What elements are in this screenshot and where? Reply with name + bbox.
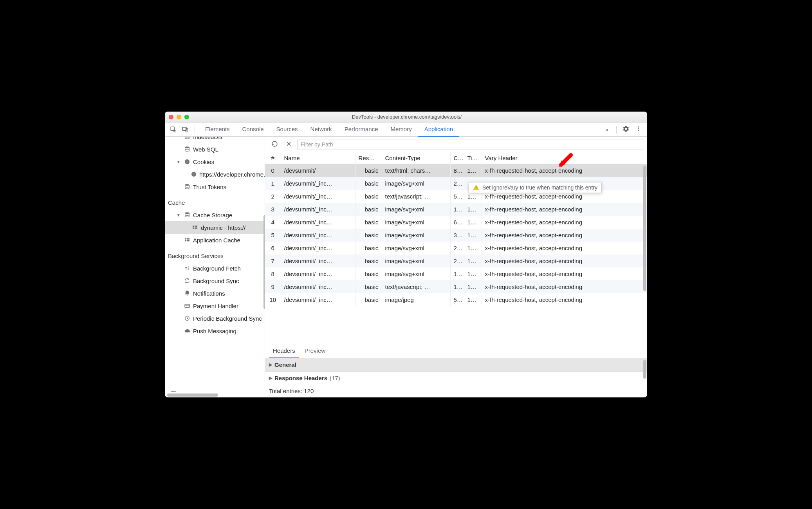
col-header-response[interactable]: Res…	[355, 152, 382, 164]
tab-performance[interactable]: Performance	[338, 123, 384, 137]
table-row[interactable]: 4/devsummit/_inc…basicimage/svg+xml6…1…x…	[265, 216, 647, 229]
sidebar-section-cache: Cache	[165, 196, 265, 209]
chevron-right-icon: ▶	[269, 362, 272, 367]
sidebar-item-label: Trust Tokens	[193, 184, 226, 190]
minimize-window-button[interactable]	[177, 115, 181, 119]
sidebar-item-label: Cookies	[193, 159, 214, 165]
tab-console[interactable]: Console	[236, 123, 270, 137]
delete-button[interactable]	[283, 139, 294, 150]
toggle-device-icon[interactable]	[180, 124, 191, 135]
sidebar-item-application-cache[interactable]: Application Cache	[165, 234, 265, 246]
svg-point-13	[193, 173, 193, 174]
h-scroll-thumb[interactable]	[167, 393, 218, 397]
sidebar-item-payment-handler[interactable]: Payment Handler	[165, 300, 265, 312]
svg-point-12	[191, 172, 196, 177]
table-row[interactable]: 5/devsummit/_inc…basicimage/svg+xml3…1…x…	[265, 229, 647, 242]
table-header-row: # Name Res… Content-Type C.. Ti… Vary He…	[265, 152, 647, 164]
svg-point-3	[638, 126, 639, 128]
table-row[interactable]: 6/devsummit/_inc…basicimage/svg+xml2…1…x…	[265, 242, 647, 254]
sidebar-item-cookies[interactable]: ▼Cookies	[165, 155, 265, 168]
col-header-num[interactable]: #	[265, 152, 281, 164]
tab-application[interactable]: Application	[418, 123, 459, 137]
col-header-name[interactable]: Name	[281, 152, 355, 164]
sidebar-item-background-fetch[interactable]: Background Fetch	[165, 262, 265, 274]
sidebar-item-label: Background Sync	[193, 278, 239, 284]
table-row[interactable]: 8/devsummit/_inc…basicimage/svg+xml1…1…x…	[265, 267, 647, 280]
table-row[interactable]: 0/devsummit/basictext/html; chars…8…1…x-…	[265, 164, 647, 177]
close-window-button[interactable]	[169, 115, 173, 119]
zoom-window-button[interactable]	[184, 115, 189, 119]
tab-memory[interactable]: Memory	[384, 123, 418, 137]
response-headers-section-toggle[interactable]: ▶ Response Headers (17)	[265, 372, 647, 384]
customize-button[interactable]	[633, 124, 644, 135]
sidebar-item-label: https://developer.chrome.com	[199, 171, 265, 178]
updown-icon	[184, 265, 191, 272]
table-row[interactable]: 3/devsummit/_inc…basicimage/svg+xml1…1…x…	[265, 203, 647, 216]
sidebar-item-label: Background Fetch	[193, 265, 241, 272]
cookie-icon	[191, 171, 197, 178]
svg-point-4	[638, 128, 639, 130]
sidebar-item-cache-storage[interactable]: ▼Cache Storage	[165, 209, 265, 221]
tab-network[interactable]: Network	[304, 123, 338, 137]
tab-sources[interactable]: Sources	[270, 123, 304, 137]
col-header-time[interactable]: Ti…	[464, 152, 482, 164]
col-header-vary[interactable]: Vary Header	[482, 152, 647, 164]
sidebar-item-label: IndexedDB	[193, 137, 222, 140]
sidebar-h-scrollbar[interactable]	[165, 393, 265, 397]
sidebar-item-trust-tokens[interactable]: Trust Tokens	[165, 180, 265, 193]
inspect-element-icon[interactable]	[168, 124, 179, 135]
svg-rect-22	[185, 238, 186, 239]
chevron-down-icon: ▼	[176, 159, 181, 164]
svg-rect-18	[193, 226, 194, 227]
warning-icon	[473, 184, 479, 191]
svg-point-15	[193, 175, 194, 175]
grid-icon	[184, 236, 191, 244]
vary-warning-tooltip: Set ignoreVary to true when matching thi…	[469, 182, 602, 193]
card-icon	[184, 302, 191, 309]
table-row[interactable]: 10/devsummit/_inc…basicimage/jpeg5…1…x-f…	[265, 293, 647, 306]
cache-table: # Name Res… Content-Type C.. Ti… Vary He…	[265, 152, 647, 306]
chevron-right-icon: ▶	[269, 375, 272, 381]
sidebar-item-background-sync[interactable]: Background Sync	[165, 274, 265, 287]
cookie-icon	[184, 158, 191, 165]
detail-tab-preview[interactable]: Preview	[301, 344, 329, 358]
col-header-content-type[interactable]: Content-Type	[382, 152, 450, 164]
more-tabs-icon[interactable]: »	[601, 126, 612, 133]
svg-rect-24	[185, 240, 186, 241]
table-row[interactable]: 7/devsummit/_inc…basicimage/svg+xml2…1…x…	[265, 254, 647, 267]
table-scroll-thumb[interactable]	[643, 166, 646, 291]
svg-rect-26	[185, 304, 189, 308]
separator	[195, 126, 195, 134]
gear-icon	[623, 125, 630, 134]
chevron-down-icon: ▼	[176, 212, 181, 218]
detail-tab-headers[interactable]: Headers	[269, 344, 299, 358]
section-title: Response Headers	[274, 375, 327, 381]
svg-rect-25	[187, 240, 189, 241]
main-split: IndexedDBWeb SQL▼Cookieshttps://develope…	[165, 137, 647, 397]
separator	[616, 126, 617, 134]
close-icon	[286, 141, 292, 148]
svg-rect-20	[193, 227, 194, 229]
tab-elements[interactable]: Elements	[199, 123, 236, 137]
general-section-toggle[interactable]: ▶ General	[265, 358, 647, 372]
sidebar-item-label: Payment Handler	[193, 303, 238, 309]
resize-handle-icon[interactable]	[171, 391, 176, 392]
sidebar-item-https-developer-chrome-com[interactable]: https://developer.chrome.com	[165, 168, 265, 180]
cache-storage-pane: # Name Res… Content-Type C.. Ti… Vary He…	[265, 137, 647, 397]
panel-tab-bar: ElementsConsoleSourcesNetworkPerformance…	[165, 123, 647, 137]
sidebar-item-web-sql[interactable]: Web SQL	[165, 143, 265, 155]
tooltip-text: Set ignoreVary to true when matching thi…	[482, 184, 597, 191]
svg-point-11	[186, 162, 187, 163]
sidebar-item-periodic-background-sync[interactable]: Periodic Background Sync	[165, 312, 265, 325]
sidebar-item-push-messaging[interactable]: Push Messaging	[165, 325, 265, 337]
details-scroll-thumb[interactable]	[643, 360, 646, 379]
settings-button[interactable]	[621, 124, 632, 135]
details-tab-bar: HeadersPreview	[265, 344, 647, 358]
refresh-button[interactable]	[269, 139, 280, 150]
sidebar-item-dynamic-https[interactable]: dynamic - https://	[165, 221, 265, 234]
filter-input[interactable]	[297, 139, 643, 150]
sidebar-item-notifications[interactable]: Notifications	[165, 287, 265, 300]
sidebar-item-indexeddb[interactable]: IndexedDB	[165, 137, 265, 143]
table-row[interactable]: 9/devsummit/_inc…basictext/javascript; ……	[265, 280, 647, 293]
col-header-content-length[interactable]: C..	[450, 152, 464, 164]
